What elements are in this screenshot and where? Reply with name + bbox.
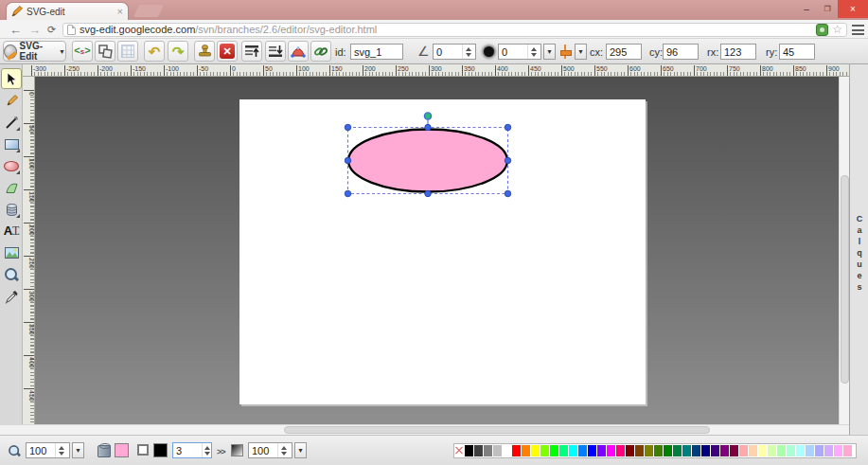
rx-input[interactable] [720, 44, 756, 60]
palette-color[interactable] [834, 445, 843, 456]
palette-color[interactable] [787, 445, 796, 456]
drawn-ellipse[interactable] [348, 130, 507, 192]
extension-icon[interactable] [816, 24, 828, 36]
window-minimize-button[interactable]: – [796, 0, 817, 18]
palette-color[interactable] [645, 445, 654, 456]
tool-pencil[interactable] [1, 90, 22, 111]
stroke-color-swatch[interactable] [153, 443, 168, 457]
tool-rect[interactable] [1, 134, 22, 154]
palette-color[interactable] [768, 445, 777, 456]
opacity-spinner[interactable] [248, 442, 292, 458]
palette-color-none[interactable] [455, 445, 465, 456]
angle-spinner[interactable] [433, 44, 476, 60]
layers-panel-title[interactable]: Calques [855, 214, 864, 294]
angle-input[interactable] [434, 45, 462, 59]
window-close-button[interactable]: × [838, 0, 868, 18]
palette-color[interactable] [806, 445, 815, 456]
vertical-scrollbar[interactable] [839, 77, 849, 424]
ry-input[interactable] [779, 44, 815, 60]
shape-library-button[interactable] [95, 41, 115, 62]
undo-button[interactable]: ↶ [144, 41, 165, 62]
zoom-input[interactable] [27, 443, 55, 457]
tool-select[interactable] [1, 68, 22, 89]
make-link-button[interactable] [310, 41, 331, 62]
redo-button[interactable]: ↷ [168, 41, 188, 62]
clone-button[interactable] [194, 41, 215, 62]
palette-color[interactable] [720, 445, 730, 456]
svg-canvas[interactable] [239, 99, 646, 404]
spinner-arrows-icon[interactable] [527, 45, 539, 59]
tool-zoom[interactable] [1, 264, 22, 285]
blur-spinner[interactable] [498, 44, 541, 60]
palette-color[interactable] [711, 445, 720, 456]
palette-color[interactable] [616, 445, 626, 456]
palette-color[interactable] [682, 445, 692, 456]
spinner-arrows-icon[interactable] [277, 443, 289, 457]
opacity-input[interactable] [249, 443, 277, 457]
move-to-top-button[interactable] [241, 41, 262, 62]
palette-color[interactable] [588, 445, 597, 456]
main-menu-button[interactable]: SVG-Edit ▼ [3, 41, 66, 62]
palette-color[interactable] [465, 445, 474, 456]
opacity-dropdown-button[interactable]: ▼ [294, 442, 307, 458]
edit-source-button[interactable]: <s> [72, 41, 93, 62]
palette-color[interactable] [824, 445, 834, 456]
align-dropdown-button[interactable]: ▼ [575, 44, 587, 60]
window-restore-button[interactable]: ❐ [817, 0, 838, 18]
palette-color[interactable] [503, 445, 512, 456]
cy-input[interactable] [663, 44, 699, 60]
blur-input[interactable] [499, 45, 527, 59]
palette-color[interactable] [607, 445, 616, 456]
wireframe-button[interactable] [117, 41, 138, 62]
palette-color[interactable] [550, 445, 559, 456]
horizontal-scrollbar-thumb[interactable] [284, 426, 710, 434]
stroke-style-dropdown[interactable]: >> [217, 447, 225, 456]
move-to-bottom-button[interactable] [265, 41, 286, 62]
palette-color[interactable] [512, 445, 522, 456]
palette-color[interactable] [796, 445, 806, 456]
zoom-spinner[interactable] [26, 442, 70, 458]
browser-menu-icon[interactable] [852, 25, 864, 35]
palette-color[interactable] [673, 445, 682, 456]
tool-image[interactable] [1, 242, 22, 263]
palette-color[interactable] [569, 445, 578, 456]
palette-color[interactable] [635, 445, 645, 456]
spinner-arrows-icon[interactable] [462, 45, 473, 59]
palette-color[interactable] [843, 445, 853, 456]
horizontal-scrollbar[interactable] [0, 424, 849, 435]
spinner-arrows-icon[interactable] [55, 443, 66, 457]
palette-color[interactable] [730, 445, 739, 456]
vertical-scrollbar-thumb[interactable] [841, 175, 849, 384]
tool-line[interactable] [1, 112, 22, 133]
palette-color[interactable] [484, 445, 493, 456]
palette-color[interactable] [559, 445, 569, 456]
color-palette[interactable] [453, 443, 857, 458]
browser-tab[interactable]: SVG-edit × [6, 2, 129, 20]
palette-color[interactable] [654, 445, 664, 456]
palette-color[interactable] [777, 445, 787, 456]
blur-dropdown-button[interactable]: ▼ [543, 44, 556, 60]
bookmark-star-icon[interactable]: ☆ [832, 24, 842, 35]
palette-color[interactable] [474, 445, 484, 456]
palette-color[interactable] [815, 445, 824, 456]
url-bar[interactable]: svg-edit.googlecode.com/svn/branches/2.6… [62, 23, 847, 37]
align-relative-icon[interactable] [558, 45, 571, 59]
refresh-icon[interactable]: ⟳ [47, 21, 56, 38]
convert-to-path-button[interactable] [288, 41, 309, 62]
tool-path[interactable] [1, 177, 22, 198]
palette-color[interactable] [540, 445, 550, 456]
spinner-arrows-icon[interactable] [202, 443, 211, 457]
delete-button[interactable]: ✕ [217, 41, 238, 62]
zoom-dropdown-button[interactable]: ▼ [72, 442, 84, 458]
palette-color[interactable] [522, 445, 531, 456]
id-input[interactable] [350, 44, 403, 60]
stroke-width-input[interactable] [173, 443, 202, 457]
forward-icon[interactable]: → [28, 21, 41, 38]
new-tab-button[interactable] [133, 5, 164, 17]
palette-color[interactable] [578, 445, 588, 456]
palette-color[interactable] [626, 445, 635, 456]
back-icon[interactable]: ← [9, 21, 22, 38]
layers-panel-collapsed[interactable]: Calques [849, 64, 868, 435]
stroke-width-spinner[interactable] [172, 442, 212, 458]
palette-color[interactable] [701, 445, 711, 456]
